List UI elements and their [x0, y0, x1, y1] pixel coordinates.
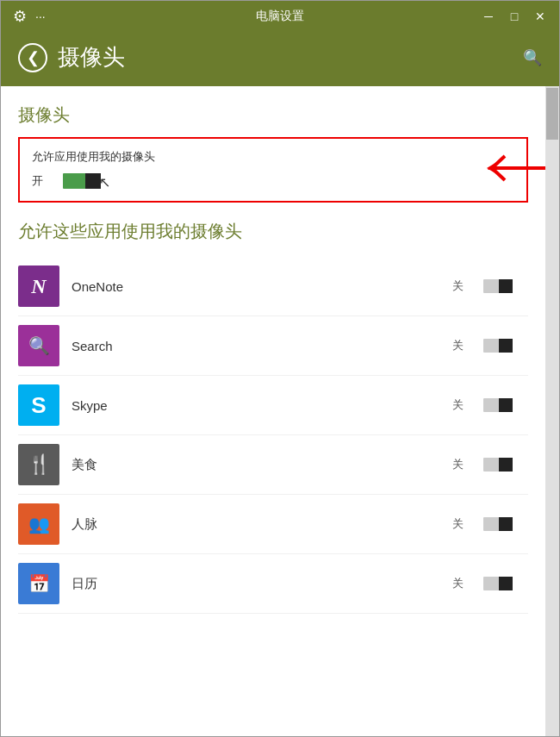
food-icon: 🍴 [18, 444, 59, 485]
toggle-thumb [499, 279, 513, 293]
app-name-onenote: OneNote [72, 279, 452, 294]
toggle-thumb [499, 339, 513, 353]
calendar-icon: 📅 [18, 563, 59, 604]
toggle-track [483, 339, 513, 353]
content-scroll: 摄像头 允许应用使用我的摄像头 开 ↖ [1, 86, 545, 736]
app-name-food: 美食 [72, 457, 452, 473]
app-name-calendar: 日历 [72, 576, 452, 592]
scrollbar-thumb[interactable] [546, 88, 558, 140]
app-list: N OneNote 关 🔍 Search 关 [18, 257, 528, 614]
toggle-track [483, 517, 513, 531]
toggle-thumb [499, 517, 513, 531]
toggle-track [483, 398, 513, 412]
toggle-thumb [499, 398, 513, 412]
toggle-track [63, 173, 101, 189]
red-arrow [475, 149, 545, 190]
apps-section-title: 允许这些应用使用我的摄像头 [18, 220, 528, 243]
list-item: 📅 日历 关 [18, 554, 528, 614]
onenote-icon: N [18, 265, 59, 307]
restore-button[interactable]: □ [502, 6, 526, 27]
app-status-onenote: 关 [452, 278, 470, 294]
search-app-icon: 🔍 [18, 325, 59, 366]
skype-icon: S [18, 384, 59, 426]
app-window: ⚙ ··· 电脑设置 ─ □ ✕ ❮ 摄像头 🔍 摄像头 允许应用使用我的摄像头… [0, 0, 560, 737]
search-icon[interactable]: 🔍 [523, 48, 542, 67]
list-item: 👥 人脉 关 [18, 495, 528, 554]
header-left: ❮ 摄像头 [18, 42, 125, 72]
calendar-toggle[interactable] [483, 575, 528, 592]
toggle-track [483, 577, 513, 590]
window-controls: ─ □ ✕ [476, 6, 552, 27]
food-toggle[interactable] [483, 456, 528, 473]
search-toggle[interactable] [483, 337, 528, 354]
camera-toggle-box: 允许应用使用我的摄像头 开 ↖ [18, 137, 528, 203]
close-button[interactable]: ✕ [528, 6, 552, 27]
people-toggle[interactable] [483, 515, 528, 533]
window-title: 电脑设置 [256, 9, 304, 24]
toggle-thumb [499, 458, 513, 472]
title-bar: ⚙ ··· 电脑设置 ─ □ ✕ [1, 1, 559, 32]
onenote-toggle[interactable] [483, 278, 528, 295]
app-status-people: 关 [452, 516, 470, 532]
list-item: S Skype 关 [18, 376, 528, 435]
svg-marker-1 [487, 163, 495, 173]
toggle-thumb [85, 173, 101, 189]
app-name-people: 人脉 [72, 516, 452, 533]
app-status-search: 关 [452, 338, 470, 353]
gear-icon: ⚙ [8, 4, 32, 28]
toggle-track [483, 279, 513, 293]
skype-toggle[interactable] [483, 397, 528, 414]
app-name-search: Search [72, 339, 452, 353]
app-status-calendar: 关 [452, 576, 470, 591]
page-header: ❮ 摄像头 🔍 [1, 32, 559, 86]
camera-section-title: 摄像头 [18, 103, 528, 127]
minimize-button[interactable]: ─ [476, 6, 501, 27]
toggle-row: 开 [32, 172, 514, 190]
title-bar-dots: ··· [35, 9, 46, 23]
app-status-skype: 关 [452, 397, 470, 413]
list-item: 🔍 Search 关 [18, 316, 528, 376]
people-icon: 👥 [18, 503, 59, 545]
toggle-thumb [499, 577, 513, 590]
toggle-box-label: 允许应用使用我的摄像头 [32, 149, 514, 165]
list-item: 🍴 美食 关 [18, 435, 528, 495]
list-item: N OneNote 关 [18, 257, 528, 316]
app-name-skype: Skype [72, 398, 452, 413]
toggle-track [483, 458, 513, 472]
camera-toggle-switch[interactable] [63, 172, 115, 190]
app-status-food: 关 [452, 457, 470, 472]
content-area: 摄像头 允许应用使用我的摄像头 开 ↖ [1, 86, 559, 736]
scrollbar-track[interactable] [545, 86, 559, 736]
page-title: 摄像头 [58, 42, 125, 72]
back-button[interactable]: ❮ [18, 43, 47, 72]
toggle-state-label: 开 [32, 173, 49, 189]
